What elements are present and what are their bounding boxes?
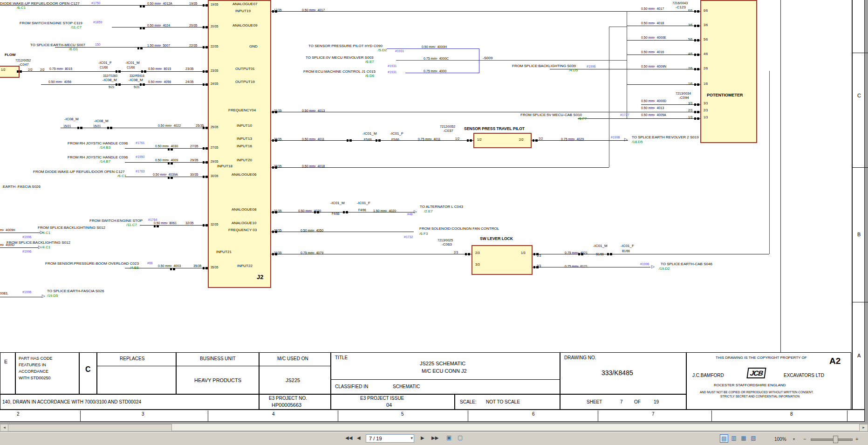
schematic-label: ▷ xyxy=(42,294,45,298)
layout-two-page-button[interactable]: ▦ xyxy=(739,434,748,443)
page-number-combo[interactable]: 7 / 19 ▾ xyxy=(366,434,414,443)
schematic-label: FROM RH JOYSTIC HANDLE C096 xyxy=(68,142,128,145)
schematic-label: ANALOGUE10 xyxy=(232,221,256,225)
schematic-label: DIODE:WAKE-UP REFUEL/DOOR OPEN C127 xyxy=(0,2,80,6)
connector-pin-symbol xyxy=(140,27,145,29)
schematic-label: /6.C1 xyxy=(117,174,126,178)
wire-segment xyxy=(479,60,627,61)
schematic-label: FROM SPLICE:BACKLIGHTINING S012 xyxy=(38,226,105,230)
wire-segment xyxy=(61,128,208,128)
schematic-label: #1996 xyxy=(22,290,31,294)
classified-in-label: CLASSIFIED IN xyxy=(335,384,368,389)
schematic-label: 1/2 xyxy=(477,138,482,141)
scroll-right-button[interactable]: ▸ xyxy=(859,424,868,431)
connector-pin-symbol xyxy=(154,225,159,227)
schematic-label: -IC01_F xyxy=(357,201,370,205)
schematic-label: 35/35 xyxy=(193,264,202,267)
page-copy-icon[interactable]: ▢ xyxy=(458,435,463,440)
page-mode-icon[interactable]: ▣ xyxy=(446,435,451,440)
schematic-label: 19/35 xyxy=(211,3,218,7)
schematic-label: #1859 xyxy=(93,21,102,24)
schematic-label: 1.50 mm² 4020 xyxy=(373,209,396,212)
page-combo-arrow-icon[interactable]: ▾ xyxy=(410,436,413,440)
scale-cell: SCALE: NOT TO SCALE xyxy=(455,394,560,410)
schematic-label: 0.75 mm² 4021 xyxy=(565,251,588,254)
zoom-slider-thumb[interactable] xyxy=(833,436,838,443)
layout-continuous-button[interactable]: ▧ xyxy=(749,434,758,443)
schematic-label: 7213/0034 xyxy=(676,92,691,95)
mc-used-on-value: JS225 xyxy=(286,378,300,383)
title-block: E PART HAS CODE FEATURES IN ACCORDANCE W… xyxy=(0,352,851,410)
schematic-label: FROM SWITCH:ENGINE STOP xyxy=(89,219,143,223)
schematic-label: #1727 xyxy=(620,113,629,116)
schematic-label: 2 xyxy=(17,412,20,417)
schematic-label: INPUT10 xyxy=(237,124,252,128)
connector-pin-symbol xyxy=(140,5,145,7)
wire-segment xyxy=(112,27,208,27)
wire-segment xyxy=(780,0,781,352)
zoom-dropdown-arrow-icon[interactable]: ▾ xyxy=(793,437,795,441)
scrollbar-thumb[interactable] xyxy=(8,424,172,431)
zoom-level-value[interactable]: 100% xyxy=(774,437,786,442)
drawing-no-value: 333/K8485 xyxy=(601,370,633,376)
schematic-label: /4.C1 xyxy=(41,246,50,249)
schematic-label: /2.E7 xyxy=(424,210,433,213)
part-code-line: PART HAS CODE xyxy=(19,356,53,361)
business-unit-cell: BUSINESS UNIT HEAVY PRODUCTS xyxy=(176,352,259,394)
zoom-slider-track[interactable] xyxy=(811,438,853,441)
schematic-label: 0.75 mm² 4011 xyxy=(418,137,441,141)
schematic-label: B1/66 xyxy=(596,253,604,256)
previous-page-button[interactable]: ◀ xyxy=(357,436,361,440)
schematic-label: B1/66 xyxy=(622,250,630,253)
zoom-out-button[interactable]: − xyxy=(803,436,806,442)
schematic-label: /11.C7 xyxy=(71,26,82,29)
last-page-button[interactable]: ▶▶ xyxy=(431,436,438,440)
schematic-label: FROM SENSOR:PRESSURE-BOOM OVERLOAD C023 xyxy=(45,262,139,266)
connector-pin-symbol xyxy=(694,10,699,13)
schematic-label: FROM SPLICE:BACKLIGHTING S039 xyxy=(512,64,576,68)
schematic-label: 0.50 mm² 4039A xyxy=(153,173,178,176)
wire-segment xyxy=(271,112,700,112)
schematic-label: 2/6 xyxy=(704,67,708,70)
connector-pin-symbol xyxy=(694,25,699,27)
schematic-label: 1/3 xyxy=(688,116,692,119)
first-page-button[interactable]: ◀◀ xyxy=(345,436,352,440)
schematic-label: -C047 xyxy=(19,63,29,67)
layout-outline-button[interactable]: ▥ xyxy=(730,434,738,443)
schematic-label: 0.50 mm² 4013 xyxy=(302,109,325,112)
connector-pin-symbol xyxy=(376,139,381,142)
schematic-label: 3 xyxy=(142,412,144,417)
schematic-label: 0.50 mm² 4016 xyxy=(641,50,664,54)
schematic-label: m² 4009H xyxy=(0,228,15,232)
schematic-label: #48 xyxy=(407,212,413,216)
drawing-no-label: DRAWING NO. xyxy=(564,356,596,360)
schematic-label: /6.E7 xyxy=(365,60,374,64)
layout-single-page-button[interactable]: ▤ xyxy=(720,434,728,443)
schematic-label: #1761 xyxy=(136,141,144,144)
schematic-label: ANALOGUE09 xyxy=(232,24,257,27)
horizontal-scrollbar[interactable]: ◂ ▸ xyxy=(0,424,868,431)
zoom-in-button[interactable]: + xyxy=(855,436,858,442)
schematic-label: 8 xyxy=(790,412,793,417)
connector-pin-symbol xyxy=(203,161,208,164)
next-page-button[interactable]: ▶ xyxy=(421,436,424,440)
replaces-label: REPLACES xyxy=(120,356,144,361)
wire-segment xyxy=(125,148,208,149)
connector-pin-symbol xyxy=(694,103,699,106)
schematic-label: 2/2 xyxy=(40,68,45,71)
part-code-line: WITH STD00250 xyxy=(19,376,51,380)
schematic-label: 4/6 xyxy=(704,53,708,56)
sheet-size: A2 xyxy=(829,356,841,365)
edge-letter: E xyxy=(4,359,7,364)
schematic-label: 35/35 xyxy=(211,266,218,269)
wire-segment xyxy=(20,71,208,72)
schematic-label: TO SPLICE:EARTH REVOLVER 2 S019 xyxy=(632,136,699,139)
schematic-label: 21/35 xyxy=(274,110,281,113)
wire-segment xyxy=(55,47,208,48)
drawing-title-line1: JS225 SCHEMATIC xyxy=(420,361,465,366)
schematic-label: ▷ xyxy=(38,245,41,249)
wire-segment xyxy=(864,0,865,422)
wire-segment xyxy=(338,411,338,421)
schematic-label: 3/3 xyxy=(537,265,541,268)
schematic-label: INPUT19 xyxy=(235,9,251,13)
